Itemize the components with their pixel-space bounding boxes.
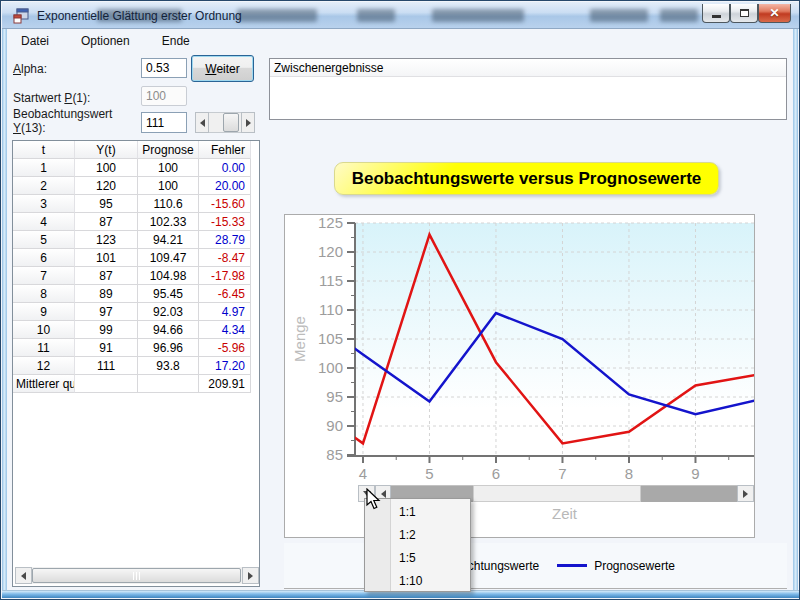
table-row: 1211193.817.20 [13, 357, 251, 375]
yt-cell[interactable]: 100 [75, 159, 138, 177]
maximize-button[interactable] [730, 4, 758, 23]
yt-cell[interactable]: 97 [75, 303, 138, 321]
table-row: 6101109.47-8.47 [13, 249, 251, 267]
menu-item-ende[interactable]: Ende [150, 31, 202, 51]
svg-text:85: 85 [326, 446, 343, 463]
table-header-row: tY(t)PrognoseFehler [13, 141, 251, 159]
row-header-cell[interactable]: 6 [13, 249, 75, 267]
yt-cell[interactable]: 101 [75, 249, 138, 267]
minimize-icon [712, 15, 721, 18]
yt-cell[interactable]: 99 [75, 321, 138, 339]
zoom-menu-item[interactable]: 1:10 [365, 570, 470, 593]
menubar: Datei Optionen Ende [9, 31, 202, 51]
zoom-menu-item[interactable]: 1:5 [365, 547, 470, 570]
fehler-cell[interactable]: -15.60 [199, 195, 251, 213]
yt-cell[interactable]: 95 [75, 195, 138, 213]
prognose-cell[interactable]: 100 [138, 177, 199, 195]
fehler-cell[interactable]: -17.98 [199, 267, 251, 285]
fehler-cell[interactable]: -6.45 [199, 285, 251, 303]
yt-cell[interactable]: 111 [75, 357, 138, 375]
zoom-menu-item[interactable]: 1:2 [365, 524, 470, 547]
row-header-cell[interactable]: 10 [13, 321, 75, 339]
yt-cell[interactable]: 87 [75, 213, 138, 231]
svg-text:6: 6 [492, 465, 500, 482]
close-button[interactable]: ✕ [758, 4, 791, 23]
row-header-cell[interactable]: 1 [13, 159, 75, 177]
left-arrow-icon [381, 490, 386, 498]
data-grid: tY(t)PrognoseFehler11001000.00212010020.… [12, 140, 260, 587]
grid-scroll-right-button[interactable] [242, 567, 259, 584]
fehler-cell[interactable]: 0.00 [199, 159, 251, 177]
prognose-cell[interactable]: 95.45 [138, 285, 199, 303]
yt-cell[interactable]: 120 [75, 177, 138, 195]
beobachtungswert-input[interactable] [141, 112, 187, 133]
row-header-cell[interactable]: 2 [13, 177, 75, 195]
alpha-input[interactable] [141, 58, 187, 78]
beobachtungswert-scroll-thumb[interactable] [223, 113, 239, 132]
svg-text:120: 120 [318, 243, 343, 260]
table-row: 512394.2128.79 [13, 231, 251, 249]
table-footer-row: Mittlerer qua209.91 [13, 375, 251, 393]
prognose-cell[interactable]: 102.33 [138, 213, 199, 231]
fehler-cell[interactable]: 17.20 [199, 357, 251, 375]
fehler-cell[interactable]: -5.96 [199, 339, 251, 357]
beobachtungswert-scroll-left-button[interactable] [195, 112, 209, 133]
results-column-header[interactable]: Zwischenergebnisse [270, 59, 786, 77]
prognose-cell[interactable]: 94.66 [138, 321, 199, 339]
row-header-cell[interactable]: 3 [13, 195, 75, 213]
prognose-cell[interactable]: 92.03 [138, 303, 199, 321]
fehler-cell[interactable]: -8.47 [199, 249, 251, 267]
svg-text:95: 95 [326, 388, 343, 405]
row-header-cell[interactable]: 12 [13, 357, 75, 375]
legend-item: Prognosewerte [557, 559, 675, 573]
prognose-cell[interactable]: 94.21 [138, 231, 199, 249]
yt-cell[interactable]: 87 [75, 267, 138, 285]
row-header-cell[interactable]: 11 [13, 339, 75, 357]
menu-item-datei[interactable]: Datei [9, 31, 61, 51]
row-header-cell[interactable]: 7 [13, 267, 75, 285]
yt-cell[interactable]: 123 [75, 231, 138, 249]
yt-cell[interactable]: 91 [75, 339, 138, 357]
alpha-label: Alpha: [13, 62, 47, 76]
menu-item-optionen[interactable]: Optionen [69, 31, 142, 51]
fehler-cell[interactable]: -15.33 [199, 213, 251, 231]
svg-text:105: 105 [318, 330, 343, 347]
titlebar-ghost-text [590, 9, 648, 22]
prognose-cell[interactable]: 93.8 [138, 357, 199, 375]
titlebar-ghost-text [432, 9, 524, 22]
titlebar[interactable]: Exponentielle Glättung erster Ordnung [2, 2, 800, 29]
fehler-cell[interactable]: 20.00 [199, 177, 251, 195]
footer-fehler-cell[interactable]: 209.91 [199, 375, 251, 393]
yt-cell[interactable]: 89 [75, 285, 138, 303]
grid-scroll-thumb[interactable] [32, 568, 241, 583]
weiter-button[interactable]: Weiter [191, 55, 254, 82]
row-header-cell[interactable]: 4 [13, 213, 75, 231]
right-arrow-icon [743, 490, 748, 498]
fehler-cell[interactable]: 4.97 [199, 303, 251, 321]
row-header-cell[interactable]: 8 [13, 285, 75, 303]
row-header-cell[interactable]: 5 [13, 231, 75, 249]
chart-scroll-right-button[interactable] [737, 485, 754, 502]
row-header-cell[interactable]: 9 [13, 303, 75, 321]
fehler-cell[interactable]: 28.79 [199, 231, 251, 249]
prognose-cell[interactable]: 109.47 [138, 249, 199, 267]
column-header-t[interactable]: t [13, 141, 75, 159]
prognose-cell[interactable]: 104.98 [138, 267, 199, 285]
legend-line-icon [557, 564, 587, 567]
column-header-Fehler[interactable]: Fehler [199, 141, 251, 159]
prognose-cell[interactable]: 100 [138, 159, 199, 177]
footer-label-cell[interactable]: Mittlerer qua [13, 375, 75, 393]
footer-cell[interactable] [138, 375, 199, 393]
fehler-cell[interactable]: 4.34 [199, 321, 251, 339]
column-header-Prognose[interactable]: Prognose [138, 141, 199, 159]
minimize-button[interactable] [702, 4, 730, 23]
chart-scroll-thumb[interactable] [473, 485, 641, 502]
beobachtungswert-scroll-right-button[interactable] [241, 112, 255, 133]
app-icon [13, 8, 29, 24]
svg-text:9: 9 [691, 465, 699, 482]
grid-scroll-left-button[interactable] [15, 567, 32, 584]
prognose-cell[interactable]: 110.6 [138, 195, 199, 213]
footer-cell[interactable] [75, 375, 138, 393]
prognose-cell[interactable]: 96.96 [138, 339, 199, 357]
column-header-Y(t)[interactable]: Y(t) [75, 141, 138, 159]
